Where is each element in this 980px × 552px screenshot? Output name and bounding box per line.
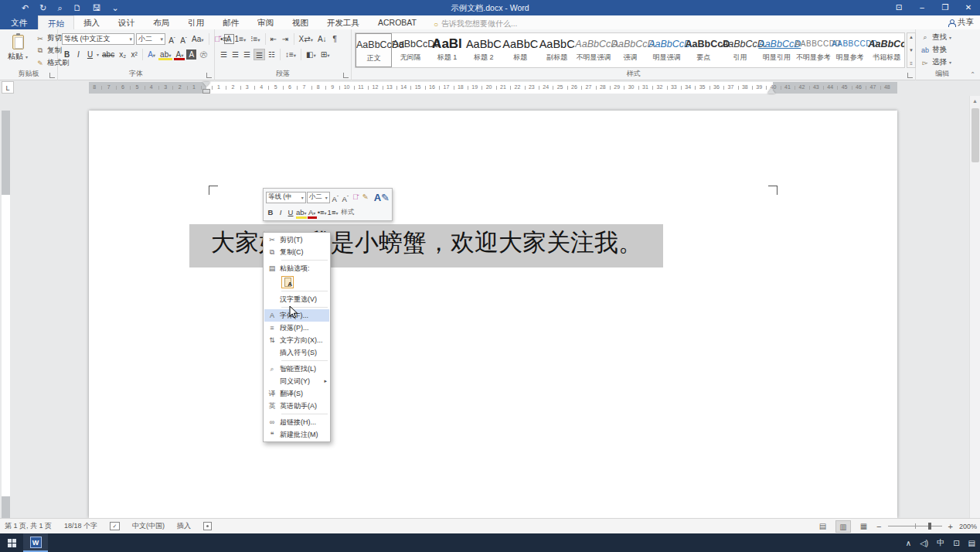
paste-keep-source-formatting-button[interactable]: A <box>264 274 329 289</box>
zoom-slider[interactable] <box>888 526 942 526</box>
character-shading-button[interactable]: A <box>186 49 196 60</box>
vertical-scrollbar[interactable]: ▲ <box>969 96 980 518</box>
select-button[interactable]: ▻选择▾ <box>920 57 951 67</box>
align-right-button[interactable]: ☰ <box>242 49 252 60</box>
language-status[interactable]: 中文(中国) <box>132 521 165 531</box>
distribute-button[interactable]: ☷ <box>267 49 277 60</box>
mini-font-color-button[interactable]: A▾ <box>308 206 317 219</box>
mini-shrink-font-button[interactable]: Aˇ <box>341 191 350 203</box>
menu-item-paste-options[interactable]: ▤粘贴选项: <box>264 262 329 274</box>
shrink-font-button[interactable]: Aˇ <box>179 33 189 45</box>
style-item-10[interactable]: AaBbCcD.引用 <box>722 33 758 67</box>
font-color-button[interactable]: A▾ <box>174 49 185 60</box>
scrollbar-thumb[interactable] <box>971 108 979 162</box>
taskbar-word-button[interactable]: W <box>23 533 48 552</box>
mini-font-size-combo[interactable]: 小二▾ <box>307 192 330 203</box>
grow-font-button[interactable]: Aˆ <box>167 33 177 45</box>
menu-item-smart-lookup[interactable]: ⌕智能查找(L) <box>264 363 329 375</box>
italic-button[interactable]: I <box>73 49 83 60</box>
multilevel-list-button[interactable]: ⁝≡▾ <box>249 33 261 45</box>
mini-bullets-button[interactable]: •≡▾ <box>318 206 327 219</box>
justify-button[interactable]: ☰ <box>254 49 265 60</box>
tell-me-box[interactable]: ○告诉我您想要做什么... <box>426 19 517 29</box>
volume-icon[interactable]: ◁) <box>920 539 928 547</box>
text-effects-button[interactable]: A▾ <box>146 49 157 60</box>
tab-design[interactable]: 设计 <box>109 15 144 29</box>
mini-bold-button[interactable]: B <box>266 206 275 219</box>
zoom-slider-thumb[interactable] <box>928 523 931 530</box>
style-item-4[interactable]: AaBbC标题 <box>502 33 539 67</box>
word-count-status[interactable]: 18/18 个字 <box>64 521 97 531</box>
mini-italic-button[interactable]: I <box>276 206 285 219</box>
sort-button[interactable]: A↓ <box>316 33 328 45</box>
clipboard-dialog-launcher[interactable] <box>49 73 55 78</box>
insert-mode-status[interactable]: 插入 <box>177 521 191 531</box>
page-number-status[interactable]: 第 1 页, 共 1 页 <box>5 521 52 531</box>
mini-format-painter-button[interactable]: ✎ <box>361 191 370 203</box>
action-center-icon[interactable]: ▤ <box>968 539 975 547</box>
mini-highlight-button[interactable]: ab▾ <box>296 206 307 219</box>
shading-button[interactable]: ◧▾ <box>305 49 318 60</box>
scroll-up-icon[interactable]: ▲ <box>970 96 980 104</box>
show-hide-marks-button[interactable]: ¶ <box>330 33 340 45</box>
zoom-out-button[interactable]: − <box>876 522 881 531</box>
tab-layout[interactable]: 布局 <box>144 15 179 29</box>
style-item-14[interactable]: AaBbCcD书籍标题 <box>868 33 904 67</box>
zoom-in-button[interactable]: + <box>948 522 953 531</box>
tab-home[interactable]: 开始 <box>38 15 74 29</box>
mini-styles-icon[interactable]: A✎ <box>374 192 390 203</box>
style-item-3[interactable]: AaBbC标题 2 <box>465 33 502 67</box>
decrease-indent-button[interactable]: ⇤ <box>269 33 279 45</box>
bullets-button[interactable]: •≡▾ <box>219 33 232 45</box>
tab-mailings[interactable]: 邮件 <box>213 15 248 29</box>
macro-record-icon[interactable] <box>203 522 212 530</box>
menu-item-copy[interactable]: ⧉复制(C) <box>264 246 329 258</box>
subscript-button[interactable]: x₂ <box>117 49 128 60</box>
first-line-indent-marker[interactable] <box>202 82 210 87</box>
style-item-1[interactable]: AaBbCcDd无间隔 <box>392 33 428 67</box>
proofing-status-icon[interactable]: ✓ <box>110 522 120 530</box>
touch-keyboard-icon[interactable]: ⊡ <box>953 539 959 547</box>
tab-stop-selector[interactable]: L <box>2 81 14 94</box>
font-size-combo[interactable]: 小二▾ <box>136 33 165 45</box>
menu-item-paragraph[interactable]: ≡段落(P)... <box>264 322 329 334</box>
mini-underline-button[interactable]: U <box>286 206 295 219</box>
restore-button[interactable]: ❐ <box>934 0 957 15</box>
menu-item-new-comment[interactable]: ❝新建批注(M) <box>264 428 329 441</box>
close-button[interactable]: ✕ <box>957 0 980 15</box>
mini-phonetic-guide-button[interactable]: 文̆ <box>351 191 360 203</box>
document-page[interactable]: 大家好，我是小螃蟹，欢迎大家关注我。 <box>89 111 897 518</box>
paragraph-dialog-launcher[interactable] <box>343 73 349 78</box>
align-left-button[interactable]: ☰ <box>219 49 229 60</box>
bold-button[interactable]: B <box>62 49 72 60</box>
find-button[interactable]: ⌕查找▾ <box>920 32 951 43</box>
style-item-12[interactable]: AABBCCDD不明显参考 <box>795 33 832 67</box>
style-item-9[interactable]: AaBbCcD要点 <box>686 33 722 67</box>
print-layout-button[interactable]: ▥ <box>835 520 850 533</box>
menu-item-cut[interactable]: ✂剪切(T) <box>264 233 329 246</box>
font-name-combo[interactable]: 等线 (中文正文▾ <box>62 33 134 45</box>
asian-layout-button[interactable]: X⇄▾ <box>298 33 315 45</box>
underline-dropdown-arrow[interactable]: ▾ <box>97 52 99 57</box>
tab-view[interactable]: 视图 <box>283 15 318 29</box>
menu-item-synonyms[interactable]: 同义词(Y)▸ <box>264 375 329 387</box>
tab-references[interactable]: 引用 <box>179 15 213 29</box>
superscript-button[interactable]: x² <box>129 49 139 60</box>
styles-scroll-up-icon[interactable]: ▲ <box>909 35 914 39</box>
menu-item-english-assistant[interactable]: 英英语助手(A) <box>264 400 329 412</box>
style-item-11[interactable]: AaBbCcD明显引用 <box>758 33 795 67</box>
tab-acrobat[interactable]: ACROBAT <box>369 15 426 29</box>
tab-insert[interactable]: 插入 <box>74 15 109 29</box>
paste-dropdown-arrow[interactable]: ▾ <box>26 55 28 60</box>
styles-gallery-scroll[interactable]: ▲ ▼ ≡ <box>907 32 916 68</box>
text-highlight-button[interactable]: ab▾ <box>158 49 172 60</box>
show-hidden-icons-icon[interactable]: ∧ <box>906 539 911 547</box>
collapse-ribbon-button[interactable]: ⌃ <box>970 71 975 78</box>
menu-item-hanzi-reselect[interactable]: 汉字重选(V) <box>264 293 329 305</box>
start-button[interactable] <box>0 533 23 552</box>
style-item-0[interactable]: AaBbCcDd正文 <box>356 33 392 67</box>
tab-developer[interactable]: 开发工具 <box>318 15 369 29</box>
borders-button[interactable]: ⊞▾ <box>319 49 332 60</box>
style-item-6[interactable]: AaBbCcD.不明显强调 <box>575 33 611 67</box>
style-item-2[interactable]: AaBl标题 1 <box>429 33 465 67</box>
